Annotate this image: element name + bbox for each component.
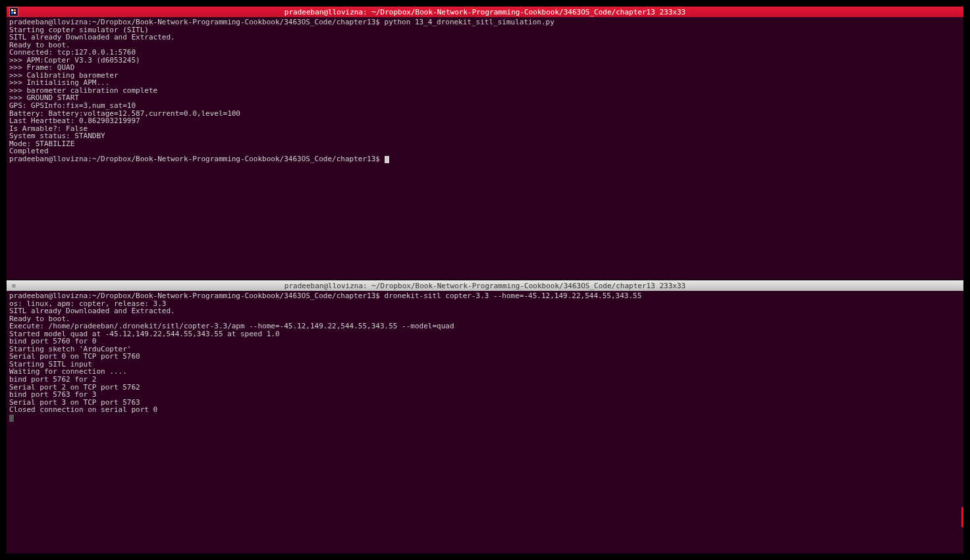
terminal-output-bottom[interactable]: pradeeban@llovizna:~/Dropbox/Book-Networ…: [7, 291, 963, 553]
output-line: Closed connection on serial port 0: [9, 405, 157, 414]
terminal-pane-bottom[interactable]: ⊞ pradeeban@llovizna: ~/Dropbox/Book-Net…: [7, 280, 963, 553]
prompt-cursor-line: pradeeban@llovizna:~/Dropbox/Book-Networ…: [9, 155, 385, 163]
titlebar-title-bottom: pradeeban@llovizna: ~/Dropbox/Book-Netwo…: [7, 282, 963, 290]
cursor-icon: [9, 415, 14, 422]
cursor-icon: [385, 156, 389, 163]
terminal-window: pradeeban@llovizna: ~/Dropbox/Book-Netwo…: [5, 5, 965, 555]
scrollbar-marker-icon: [961, 507, 963, 527]
titlebar-title-top: pradeeban@llovizna: ~/Dropbox/Book-Netwo…: [7, 8, 963, 16]
svg-rect-0: [11, 9, 13, 11]
titlebar-top[interactable]: pradeeban@llovizna: ~/Dropbox/Book-Netwo…: [7, 7, 963, 17]
titlebar-bottom[interactable]: ⊞ pradeeban@llovizna: ~/Dropbox/Book-Net…: [7, 280, 963, 291]
svg-rect-1: [14, 9, 16, 11]
window-icon: ⊞: [9, 281, 18, 290]
terminal-pane-top[interactable]: pradeeban@llovizna: ~/Dropbox/Book-Netwo…: [7, 7, 963, 280]
terminal-output-top[interactable]: pradeeban@llovizna:~/Dropbox/Book-Networ…: [7, 17, 963, 280]
svg-rect-2: [11, 12, 13, 14]
window-icon: [9, 7, 18, 16]
svg-rect-3: [14, 12, 16, 14]
